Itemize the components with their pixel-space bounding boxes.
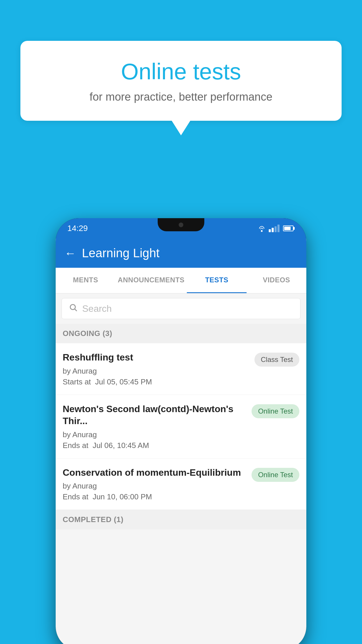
test-name: Newton's Second law(contd)-Newton's Thir… bbox=[63, 403, 247, 427]
search-bar[interactable]: Search bbox=[61, 298, 301, 319]
tests-list: Reshuffling test by Anurag Starts at Jul… bbox=[56, 343, 306, 510]
test-badge-online-2: Online Test bbox=[252, 468, 299, 482]
app-title: Learning Light bbox=[82, 246, 159, 260]
speech-bubble: Online tests for more practice, better p… bbox=[20, 41, 342, 121]
test-name: Conservation of momentum-Equilibrium bbox=[63, 467, 247, 479]
search-input[interactable]: Search bbox=[82, 303, 112, 314]
tab-tests[interactable]: TESTS bbox=[187, 268, 247, 293]
test-date: Ends at Jul 06, 10:45 AM bbox=[63, 441, 247, 450]
test-content: Reshuffling test by Anurag Starts at Jul… bbox=[63, 351, 250, 386]
test-content: Newton's Second law(contd)-Newton's Thir… bbox=[63, 403, 247, 450]
test-date: Starts at Jul 05, 05:45 PM bbox=[63, 377, 250, 386]
speech-bubble-container: Online tests for more practice, better p… bbox=[20, 41, 342, 121]
status-bar: 14:29 bbox=[56, 218, 306, 239]
signal-icon bbox=[269, 225, 280, 232]
status-icons bbox=[258, 225, 295, 232]
wifi-icon bbox=[258, 225, 265, 232]
front-camera bbox=[179, 223, 183, 227]
app-header: ← Learning Light bbox=[56, 239, 306, 268]
test-author: by Anurag bbox=[63, 430, 247, 439]
svg-line-1 bbox=[75, 309, 77, 311]
test-name: Reshuffling test bbox=[63, 351, 250, 364]
tab-announcements[interactable]: ANNOUNCEMENTS bbox=[115, 268, 187, 293]
speech-bubble-subtitle: for more practice, better performance bbox=[38, 91, 324, 103]
phone-frame: 14:29 ← Learning Light bbox=[56, 218, 306, 644]
svg-point-0 bbox=[70, 304, 75, 310]
battery-icon bbox=[283, 225, 295, 231]
test-item[interactable]: Reshuffling test by Anurag Starts at Jul… bbox=[56, 343, 306, 395]
test-badge-class: Class Test bbox=[254, 353, 299, 367]
phone-screen: ← Learning Light MENTS ANNOUNCEMENTS TES… bbox=[56, 239, 306, 644]
search-icon bbox=[69, 303, 78, 314]
tab-videos[interactable]: VIDEOS bbox=[247, 268, 306, 293]
tab-ments[interactable]: MENTS bbox=[56, 268, 115, 293]
back-button[interactable]: ← bbox=[64, 247, 76, 260]
completed-section-header: COMPLETED (1) bbox=[56, 510, 306, 529]
test-content: Conservation of momentum-Equilibrium by … bbox=[63, 467, 247, 502]
phone-notch bbox=[158, 218, 204, 231]
test-item[interactable]: Conservation of momentum-Equilibrium by … bbox=[56, 459, 306, 510]
test-author: by Anurag bbox=[63, 367, 250, 376]
test-author: by Anurag bbox=[63, 482, 247, 491]
tabs-container: MENTS ANNOUNCEMENTS TESTS VIDEOS bbox=[56, 268, 306, 293]
completed-section-title: COMPLETED (1) bbox=[63, 515, 124, 524]
ongoing-section-title: ONGOING (3) bbox=[63, 329, 112, 338]
status-bar-time: 14:29 bbox=[67, 224, 88, 233]
test-item[interactable]: Newton's Second law(contd)-Newton's Thir… bbox=[56, 395, 306, 459]
search-container: Search bbox=[56, 293, 306, 324]
ongoing-section-header: ONGOING (3) bbox=[56, 324, 306, 343]
test-badge-online: Online Test bbox=[252, 404, 299, 418]
test-date: Ends at Jun 10, 06:00 PM bbox=[63, 492, 247, 501]
speech-bubble-title: Online tests bbox=[38, 58, 324, 85]
